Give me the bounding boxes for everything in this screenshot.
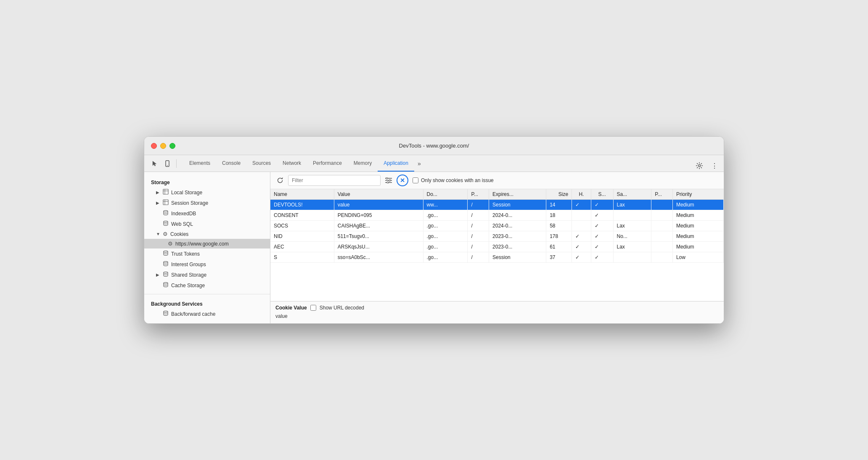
cell-httponly: [572, 221, 591, 231]
cell-httponly: ✓: [572, 231, 591, 242]
table-row[interactable]: CONSENTPENDING+095.go.../2024-0...18✓Med…: [270, 210, 724, 221]
issue-checkbox[interactable]: [413, 177, 418, 183]
cell-path: /: [468, 231, 489, 242]
svg-point-1: [167, 165, 168, 166]
sidebar-item-indexeddb[interactable]: ▶ IndexedDB: [144, 208, 270, 219]
session-storage-icon: [163, 199, 169, 206]
more-options-icon[interactable]: ⋮: [709, 160, 720, 172]
sidebar-item-back-forward-cache[interactable]: ▶ Back/forward cache: [144, 309, 270, 319]
sidebar-item-google-cookies[interactable]: ▶ ⚙ https://www.google.com: [144, 239, 270, 249]
tab-icon-group: [148, 155, 180, 172]
maximize-button[interactable]: [169, 143, 175, 149]
close-button[interactable]: [151, 143, 157, 149]
local-storage-icon: [163, 189, 169, 196]
settings-icon[interactable]: [693, 160, 705, 172]
svg-point-19: [386, 177, 388, 179]
col-header-value[interactable]: Value: [334, 189, 423, 200]
tab-performance[interactable]: Performance: [307, 155, 348, 172]
mobile-icon[interactable]: [162, 158, 173, 169]
bg-services-title: Background Services: [144, 298, 270, 309]
refresh-button[interactable]: [275, 175, 286, 186]
tabs-bar: Elements Console Sources Network Perform…: [144, 155, 724, 172]
cookies-icon: ⚙: [163, 231, 168, 237]
cell-secure: ✓: [591, 231, 613, 242]
sidebar-item-web-sql[interactable]: ▶ Web SQL: [144, 219, 270, 229]
cell-secure: ✓: [591, 221, 613, 231]
cell-path: /: [468, 200, 489, 210]
shared-storage-icon: [163, 271, 169, 278]
table-row[interactable]: DEVTOOLS!valueww.../Session14✓✓LaxMedium: [270, 200, 724, 210]
cursor-icon[interactable]: [149, 158, 160, 169]
web-sql-icon: [163, 220, 169, 227]
cell-priority2: [651, 252, 673, 263]
cell-domain: .go...: [423, 210, 468, 221]
sidebar-item-session-storage[interactable]: ▶ Session Storage: [144, 198, 270, 208]
trust-tokens-icon: [163, 250, 169, 257]
tab-divider: [176, 159, 177, 168]
col-header-httponly[interactable]: H.: [572, 189, 591, 200]
cell-priority: Medium: [672, 210, 723, 221]
interest-groups-label: Interest Groups: [171, 262, 206, 267]
tab-more-button[interactable]: »: [414, 155, 424, 172]
sidebar-item-trust-tokens[interactable]: ▶ Trust Tokens: [144, 249, 270, 259]
cell-path: /: [468, 210, 489, 221]
cell-name: SOCS: [270, 221, 334, 231]
cell-priority2: [651, 221, 673, 231]
cell-size: 37: [546, 252, 572, 263]
col-header-domain[interactable]: Do...: [423, 189, 468, 200]
window-title: DevTools - www.google.com/: [399, 143, 469, 149]
col-header-name[interactable]: Name: [270, 189, 334, 200]
cell-value: sso=sA0bSc...: [334, 252, 423, 263]
minimize-button[interactable]: [160, 143, 166, 149]
table-row[interactable]: NID511=Tsugv0....go.../2023-0...178✓✓No.…: [270, 231, 724, 242]
col-header-expires[interactable]: Expires...: [489, 189, 546, 200]
sidebar-item-local-storage[interactable]: ▶ Local Storage: [144, 187, 270, 198]
col-header-size[interactable]: Size: [546, 189, 572, 200]
sidebar-item-interest-groups[interactable]: ▶ Interest Groups: [144, 259, 270, 270]
cell-samesite: Lax: [613, 242, 651, 252]
cell-httponly: ✓: [572, 200, 591, 210]
tab-memory[interactable]: Memory: [348, 155, 378, 172]
tab-network[interactable]: Network: [277, 155, 307, 172]
trust-tokens-label: Trust Tokens: [171, 251, 200, 257]
table-row[interactable]: AECARSKqsJsU....go.../2023-0...61✓✓LaxMe…: [270, 242, 724, 252]
tab-console[interactable]: Console: [216, 155, 246, 172]
cell-expires: 2023-0...: [489, 231, 546, 242]
col-header-samesite[interactable]: Sa...: [613, 189, 651, 200]
cookie-url-icon: ⚙: [168, 241, 173, 247]
svg-point-15: [164, 311, 168, 313]
col-header-priority2[interactable]: P...: [651, 189, 673, 200]
sidebar-item-shared-storage[interactable]: ▶ Shared Storage: [144, 270, 270, 280]
col-header-path[interactable]: P...: [468, 189, 489, 200]
cell-httponly: ✓: [572, 252, 591, 263]
table-row[interactable]: Ssso=sA0bSc....go.../Session37✓✓Low: [270, 252, 724, 263]
cell-expires: Session: [489, 200, 546, 210]
arrow-icon: ▼: [156, 232, 160, 236]
cookie-value-text: value: [275, 312, 719, 320]
cell-size: 18: [546, 210, 572, 221]
cell-path: /: [468, 221, 489, 231]
cell-samesite: [613, 210, 651, 221]
col-header-secure[interactable]: S...: [591, 189, 613, 200]
cell-value: 511=Tsugv0...: [334, 231, 423, 242]
cookie-value-panel: Cookie Value Show URL decoded value: [270, 301, 724, 323]
tab-sources[interactable]: Sources: [246, 155, 277, 172]
sidebar-item-cache-storage[interactable]: ▶ Cache Storage: [144, 280, 270, 291]
show-decoded-checkbox[interactable]: [310, 305, 316, 311]
filter-settings-button[interactable]: [383, 175, 394, 186]
arrow-icon: ▶: [156, 272, 160, 277]
table-row[interactable]: SOCSCAISHAgBE....go.../2024-0...58✓LaxMe…: [270, 221, 724, 231]
sidebar-item-cookies[interactable]: ▼ ⚙ Cookies: [144, 229, 270, 239]
cookies-table: Name Value Do... P... Expires... Size H.…: [270, 189, 724, 263]
tab-elements[interactable]: Elements: [183, 155, 216, 172]
svg-point-12: [164, 262, 168, 263]
filter-input[interactable]: [288, 175, 381, 186]
col-header-priority[interactable]: Priority: [672, 189, 723, 200]
cookie-table: Name Value Do... P... Expires... Size H.…: [270, 189, 724, 301]
cell-size: 14: [546, 200, 572, 210]
cell-secure: ✓: [591, 242, 613, 252]
cell-priority2: [651, 200, 673, 210]
cell-expires: 2024-0...: [489, 221, 546, 231]
clear-button[interactable]: ✕: [397, 174, 408, 186]
tab-application[interactable]: Application: [378, 155, 414, 172]
